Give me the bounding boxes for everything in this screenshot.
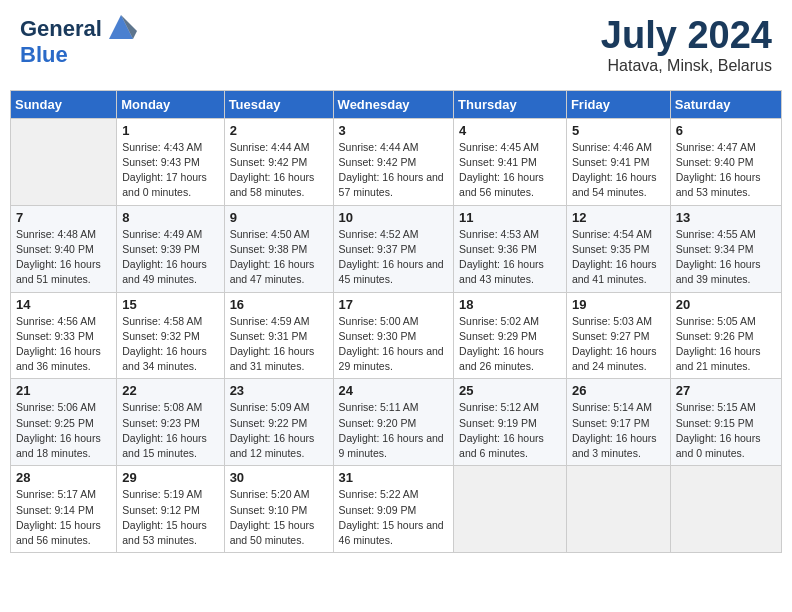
day-number: 25	[459, 383, 561, 398]
page-header: General Blue July 2024 Hatava, Minsk, Be…	[10, 10, 782, 80]
calendar-cell: 22Sunrise: 5:08 AMSunset: 9:23 PMDayligh…	[117, 379, 224, 466]
calendar-cell: 15Sunrise: 4:58 AMSunset: 9:32 PMDayligh…	[117, 292, 224, 379]
day-number: 9	[230, 210, 328, 225]
calendar-cell: 26Sunrise: 5:14 AMSunset: 9:17 PMDayligh…	[566, 379, 670, 466]
calendar-cell: 9Sunrise: 4:50 AMSunset: 9:38 PMDaylight…	[224, 205, 333, 292]
logo-icon	[105, 11, 137, 43]
day-info: Sunrise: 5:14 AMSunset: 9:17 PMDaylight:…	[572, 400, 665, 461]
day-number: 10	[339, 210, 449, 225]
calendar-cell: 6Sunrise: 4:47 AMSunset: 9:40 PMDaylight…	[670, 118, 781, 205]
logo-text-general: General	[20, 17, 102, 41]
day-info: Sunrise: 4:46 AMSunset: 9:41 PMDaylight:…	[572, 140, 665, 201]
day-number: 28	[16, 470, 111, 485]
col-header-saturday: Saturday	[670, 90, 781, 118]
calendar-cell: 17Sunrise: 5:00 AMSunset: 9:30 PMDayligh…	[333, 292, 454, 379]
day-number: 31	[339, 470, 449, 485]
week-row-3: 14Sunrise: 4:56 AMSunset: 9:33 PMDayligh…	[11, 292, 782, 379]
calendar-cell: 21Sunrise: 5:06 AMSunset: 9:25 PMDayligh…	[11, 379, 117, 466]
calendar-cell: 23Sunrise: 5:09 AMSunset: 9:22 PMDayligh…	[224, 379, 333, 466]
day-number: 15	[122, 297, 218, 312]
day-info: Sunrise: 5:17 AMSunset: 9:14 PMDaylight:…	[16, 487, 111, 548]
calendar-cell: 27Sunrise: 5:15 AMSunset: 9:15 PMDayligh…	[670, 379, 781, 466]
col-header-sunday: Sunday	[11, 90, 117, 118]
calendar-cell	[670, 466, 781, 553]
day-number: 22	[122, 383, 218, 398]
col-header-friday: Friday	[566, 90, 670, 118]
title-block: July 2024 Hatava, Minsk, Belarus	[601, 15, 772, 75]
day-info: Sunrise: 4:44 AMSunset: 9:42 PMDaylight:…	[339, 140, 449, 201]
day-info: Sunrise: 5:11 AMSunset: 9:20 PMDaylight:…	[339, 400, 449, 461]
calendar-cell: 4Sunrise: 4:45 AMSunset: 9:41 PMDaylight…	[454, 118, 567, 205]
calendar-cell: 25Sunrise: 5:12 AMSunset: 9:19 PMDayligh…	[454, 379, 567, 466]
day-info: Sunrise: 4:56 AMSunset: 9:33 PMDaylight:…	[16, 314, 111, 375]
day-info: Sunrise: 5:19 AMSunset: 9:12 PMDaylight:…	[122, 487, 218, 548]
month-year-title: July 2024	[601, 15, 772, 57]
day-number: 23	[230, 383, 328, 398]
week-row-4: 21Sunrise: 5:06 AMSunset: 9:25 PMDayligh…	[11, 379, 782, 466]
day-info: Sunrise: 5:20 AMSunset: 9:10 PMDaylight:…	[230, 487, 328, 548]
day-info: Sunrise: 5:06 AMSunset: 9:25 PMDaylight:…	[16, 400, 111, 461]
day-number: 6	[676, 123, 776, 138]
day-number: 17	[339, 297, 449, 312]
day-number: 20	[676, 297, 776, 312]
day-info: Sunrise: 4:49 AMSunset: 9:39 PMDaylight:…	[122, 227, 218, 288]
day-info: Sunrise: 4:44 AMSunset: 9:42 PMDaylight:…	[230, 140, 328, 201]
calendar-cell: 10Sunrise: 4:52 AMSunset: 9:37 PMDayligh…	[333, 205, 454, 292]
day-info: Sunrise: 4:59 AMSunset: 9:31 PMDaylight:…	[230, 314, 328, 375]
day-number: 26	[572, 383, 665, 398]
calendar-cell: 14Sunrise: 4:56 AMSunset: 9:33 PMDayligh…	[11, 292, 117, 379]
col-header-monday: Monday	[117, 90, 224, 118]
day-info: Sunrise: 4:50 AMSunset: 9:38 PMDaylight:…	[230, 227, 328, 288]
day-info: Sunrise: 4:48 AMSunset: 9:40 PMDaylight:…	[16, 227, 111, 288]
location-subtitle: Hatava, Minsk, Belarus	[601, 57, 772, 75]
day-number: 11	[459, 210, 561, 225]
calendar-cell: 2Sunrise: 4:44 AMSunset: 9:42 PMDaylight…	[224, 118, 333, 205]
day-info: Sunrise: 5:09 AMSunset: 9:22 PMDaylight:…	[230, 400, 328, 461]
day-info: Sunrise: 5:22 AMSunset: 9:09 PMDaylight:…	[339, 487, 449, 548]
day-info: Sunrise: 4:47 AMSunset: 9:40 PMDaylight:…	[676, 140, 776, 201]
calendar-cell: 11Sunrise: 4:53 AMSunset: 9:36 PMDayligh…	[454, 205, 567, 292]
calendar-cell: 12Sunrise: 4:54 AMSunset: 9:35 PMDayligh…	[566, 205, 670, 292]
calendar-table: SundayMondayTuesdayWednesdayThursdayFrid…	[10, 90, 782, 553]
day-number: 8	[122, 210, 218, 225]
day-number: 3	[339, 123, 449, 138]
col-header-wednesday: Wednesday	[333, 90, 454, 118]
day-number: 30	[230, 470, 328, 485]
day-info: Sunrise: 5:00 AMSunset: 9:30 PMDaylight:…	[339, 314, 449, 375]
calendar-cell: 28Sunrise: 5:17 AMSunset: 9:14 PMDayligh…	[11, 466, 117, 553]
day-number: 16	[230, 297, 328, 312]
calendar-cell: 24Sunrise: 5:11 AMSunset: 9:20 PMDayligh…	[333, 379, 454, 466]
calendar-cell: 8Sunrise: 4:49 AMSunset: 9:39 PMDaylight…	[117, 205, 224, 292]
calendar-cell: 30Sunrise: 5:20 AMSunset: 9:10 PMDayligh…	[224, 466, 333, 553]
col-header-tuesday: Tuesday	[224, 90, 333, 118]
week-row-1: 1Sunrise: 4:43 AMSunset: 9:43 PMDaylight…	[11, 118, 782, 205]
day-info: Sunrise: 4:52 AMSunset: 9:37 PMDaylight:…	[339, 227, 449, 288]
day-info: Sunrise: 4:45 AMSunset: 9:41 PMDaylight:…	[459, 140, 561, 201]
day-number: 18	[459, 297, 561, 312]
day-info: Sunrise: 4:53 AMSunset: 9:36 PMDaylight:…	[459, 227, 561, 288]
calendar-cell: 29Sunrise: 5:19 AMSunset: 9:12 PMDayligh…	[117, 466, 224, 553]
day-number: 21	[16, 383, 111, 398]
day-info: Sunrise: 5:03 AMSunset: 9:27 PMDaylight:…	[572, 314, 665, 375]
calendar-cell: 18Sunrise: 5:02 AMSunset: 9:29 PMDayligh…	[454, 292, 567, 379]
calendar-cell	[566, 466, 670, 553]
calendar-cell: 5Sunrise: 4:46 AMSunset: 9:41 PMDaylight…	[566, 118, 670, 205]
day-number: 14	[16, 297, 111, 312]
day-number: 24	[339, 383, 449, 398]
day-info: Sunrise: 4:58 AMSunset: 9:32 PMDaylight:…	[122, 314, 218, 375]
day-info: Sunrise: 5:08 AMSunset: 9:23 PMDaylight:…	[122, 400, 218, 461]
calendar-cell: 19Sunrise: 5:03 AMSunset: 9:27 PMDayligh…	[566, 292, 670, 379]
day-number: 4	[459, 123, 561, 138]
day-number: 7	[16, 210, 111, 225]
calendar-cell: 13Sunrise: 4:55 AMSunset: 9:34 PMDayligh…	[670, 205, 781, 292]
logo-text-blue: Blue	[20, 42, 68, 67]
calendar-cell	[11, 118, 117, 205]
day-info: Sunrise: 4:54 AMSunset: 9:35 PMDaylight:…	[572, 227, 665, 288]
day-info: Sunrise: 5:02 AMSunset: 9:29 PMDaylight:…	[459, 314, 561, 375]
day-info: Sunrise: 5:05 AMSunset: 9:26 PMDaylight:…	[676, 314, 776, 375]
calendar-cell: 31Sunrise: 5:22 AMSunset: 9:09 PMDayligh…	[333, 466, 454, 553]
day-number: 19	[572, 297, 665, 312]
day-info: Sunrise: 5:12 AMSunset: 9:19 PMDaylight:…	[459, 400, 561, 461]
day-number: 1	[122, 123, 218, 138]
day-number: 5	[572, 123, 665, 138]
